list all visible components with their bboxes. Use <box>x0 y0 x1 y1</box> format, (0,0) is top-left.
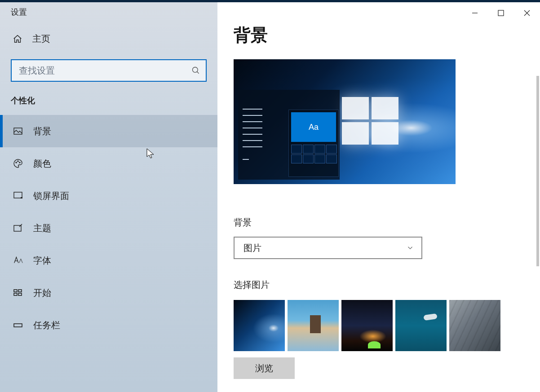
sidebar-home[interactable]: 主页 <box>0 28 217 49</box>
sidebar-item-colors[interactable]: 颜色 <box>0 147 217 180</box>
image-thumbnail[interactable] <box>449 300 500 351</box>
sidebar-section-title: 个性化 <box>0 82 217 109</box>
desktop-preview: Aa <box>234 59 456 184</box>
choose-image-label: 选择图片 <box>234 279 540 291</box>
search-box[interactable] <box>11 59 207 82</box>
minimize-button[interactable] <box>462 2 488 24</box>
window-title: 设置 <box>0 2 217 28</box>
sidebar-item-themes[interactable]: 主题 <box>0 212 217 244</box>
sidebar-item-lockscreen[interactable]: 锁屏界面 <box>0 180 217 212</box>
scrollbar[interactable] <box>536 76 539 266</box>
svg-point-3 <box>18 161 18 162</box>
sidebar-item-label: 背景 <box>33 125 51 137</box>
sidebar-item-background[interactable]: 背景 <box>0 115 217 147</box>
background-type-select[interactable]: 图片 <box>234 237 422 259</box>
sidebar-item-label: 任务栏 <box>33 319 60 331</box>
select-value: 图片 <box>243 242 261 254</box>
browse-button[interactable]: 浏览 <box>234 357 295 379</box>
settings-window: 设置 主页 个性化 背景 <box>0 2 540 392</box>
window-controls <box>462 2 540 24</box>
preview-sample-text: Aa <box>291 112 336 142</box>
image-thumbnail[interactable] <box>395 300 447 351</box>
sidebar-items: 背景 颜色 锁屏界面 主题 <box>0 115 217 341</box>
sidebar-item-label: 颜色 <box>33 158 51 170</box>
chevron-down-icon <box>406 244 414 252</box>
sidebar-item-fonts[interactable]: 字体 <box>0 244 217 277</box>
close-button[interactable] <box>514 2 540 24</box>
svg-rect-9 <box>14 293 17 295</box>
sidebar-home-label: 主页 <box>32 33 50 45</box>
svg-rect-10 <box>18 293 22 295</box>
image-thumbnails <box>234 300 540 351</box>
sidebar: 设置 主页 个性化 背景 <box>0 2 217 392</box>
svg-rect-7 <box>14 290 17 292</box>
taskbar-icon <box>13 320 23 330</box>
search-input[interactable] <box>12 66 186 76</box>
sidebar-item-label: 字体 <box>33 255 51 267</box>
pen-icon <box>13 223 23 233</box>
home-icon <box>13 34 22 44</box>
maximize-button[interactable] <box>488 2 514 24</box>
content-inner: 背景 Aa 背景 图片 选择图片 <box>217 2 540 379</box>
svg-point-0 <box>193 67 198 73</box>
svg-rect-11 <box>14 324 22 327</box>
sidebar-item-label: 锁屏界面 <box>33 190 69 202</box>
svg-rect-8 <box>18 290 22 292</box>
image-thumbnail[interactable] <box>341 300 393 351</box>
sidebar-item-label: 开始 <box>33 287 51 299</box>
content-area: 背景 Aa 背景 图片 选择图片 <box>217 2 540 392</box>
search-icon[interactable] <box>186 66 206 75</box>
sidebar-item-label: 主题 <box>33 222 51 234</box>
svg-point-2 <box>16 162 17 163</box>
svg-rect-12 <box>498 10 504 16</box>
font-icon <box>13 255 23 266</box>
palette-icon <box>13 158 23 169</box>
sidebar-item-taskbar[interactable]: 任务栏 <box>0 309 217 341</box>
page-title: 背景 <box>234 24 540 47</box>
svg-point-4 <box>19 162 20 163</box>
start-icon <box>13 287 23 298</box>
background-field-label: 背景 <box>234 216 540 229</box>
sidebar-item-start[interactable]: 开始 <box>0 277 217 309</box>
image-icon <box>13 126 23 137</box>
monitor-icon <box>13 190 23 201</box>
image-thumbnail[interactable] <box>288 300 339 351</box>
image-thumbnail[interactable] <box>234 300 285 351</box>
search-wrap <box>0 49 217 82</box>
